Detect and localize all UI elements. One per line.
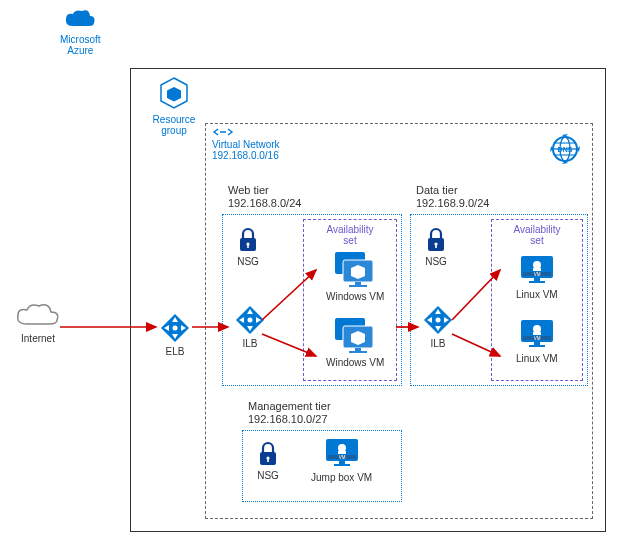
web-nsg-label: NSG [237,256,259,267]
vm-stack-icon [333,316,377,354]
web-nsg-node: NSG [237,227,259,267]
web-vm2-node: Windows VM [326,316,384,368]
svg-point-8 [224,131,226,133]
svg-text:VM: VM [533,336,540,341]
load-balancer-icon [423,305,453,335]
resource-group-box: Resourcegroup Virtual Network 192.168.0.… [130,68,606,532]
svg-rect-57 [534,342,540,345]
svg-rect-30 [355,282,361,285]
svg-point-46 [533,261,541,269]
svg-point-6 [220,131,222,133]
vnet-title: Virtual Network [212,139,280,150]
mgmt-tier-header: Management tier 192.168.10.0/27 [248,400,331,426]
svg-rect-67 [339,461,345,464]
mgmt-nsg-label: NSG [257,470,279,481]
vm-icon: VM [519,254,555,286]
jumpbox-node: VM Jump box VM [311,437,372,483]
svg-text:VM: VM [533,272,540,277]
web-availability-set: Availabilityset Windows VM [303,219,397,381]
vnet-icon [212,126,234,138]
data-vm2-label: Linux VM [516,353,558,364]
svg-point-40 [436,318,441,323]
web-tier-header: Web tier 192.168.8.0/24 [228,184,301,210]
data-nsg-node: NSG [425,227,447,267]
data-vm2-node: VM Linux VM [516,318,558,364]
web-avail-title: Availabilityset [304,224,396,246]
load-balancer-icon [235,305,265,335]
mgmt-tier-cidr: 192.168.10.0/27 [248,413,331,426]
data-tier-box: NSG ILB Availabilityset VM [410,214,588,386]
data-vm1-label: Linux VM [516,289,558,300]
data-avail-title: Availabilityset [492,224,582,246]
data-nsg-label: NSG [425,256,447,267]
mgmt-tier-title: Management tier [248,400,331,413]
vnet-cidr: 192.168.0.0/16 [212,150,280,161]
internet-label: Internet [8,333,68,344]
svg-rect-31 [349,285,367,287]
svg-text:DNS: DNS [558,146,573,153]
svg-point-63 [338,444,346,452]
web-vm2-label: Windows VM [326,357,384,368]
mgmt-tier-box: NSG VM Jump box VM [242,430,402,502]
data-ilb-label: ILB [423,338,453,349]
azure-label: MicrosoftAzure [60,34,101,56]
vm-icon: VM [324,437,360,469]
lock-icon [237,227,259,253]
data-vm1-node: VM Linux VM [516,254,558,300]
lock-icon [257,441,279,467]
resource-group-icon: Resourcegroup [149,75,199,136]
vnet-box: Virtual Network 192.168.0.0/16 DNS Web t… [205,123,593,519]
vm-icon: VM [519,318,555,350]
svg-rect-34 [355,348,361,351]
data-tier-header: Data tier 192.168.9.0/24 [416,184,489,210]
cloud-icon [13,300,63,330]
web-tier-title: Web tier [228,184,301,197]
svg-rect-38 [435,244,437,248]
mgmt-nsg-node: NSG [257,441,279,481]
jumpbox-label: Jump box VM [311,472,372,483]
web-tier-cidr: 192.168.8.0/24 [228,197,301,210]
azure-logo: MicrosoftAzure [60,8,101,56]
svg-point-53 [533,325,541,333]
web-ilb-label: ILB [235,338,265,349]
web-vm1-node: Windows VM [326,250,384,302]
cloud-icon [63,8,97,32]
svg-rect-35 [349,351,367,353]
svg-rect-21 [247,244,249,248]
vm-stack-icon [333,250,377,288]
web-ilb-node: ILB [235,305,265,349]
data-availability-set: Availabilityset VM Linux VM VM [491,219,583,381]
svg-rect-58 [529,345,545,347]
svg-point-23 [248,318,253,323]
resource-group-label: Resourcegroup [149,114,199,136]
data-ilb-node: ILB [423,305,453,349]
svg-point-7 [222,131,224,133]
dns-icon: DNS [548,132,582,168]
svg-rect-51 [529,281,545,283]
svg-rect-68 [334,464,350,466]
data-tier-cidr: 192.168.9.0/24 [416,197,489,210]
vnet-header: Virtual Network 192.168.0.0/16 [212,126,280,161]
web-tier-box: NSG ILB Availabilityset [222,214,402,386]
svg-text:VM: VM [338,455,345,460]
svg-rect-61 [267,458,269,462]
svg-rect-50 [534,278,540,281]
web-vm1-label: Windows VM [326,291,384,302]
data-tier-title: Data tier [416,184,489,197]
internet-node: Internet [8,300,68,344]
lock-icon [425,227,447,253]
